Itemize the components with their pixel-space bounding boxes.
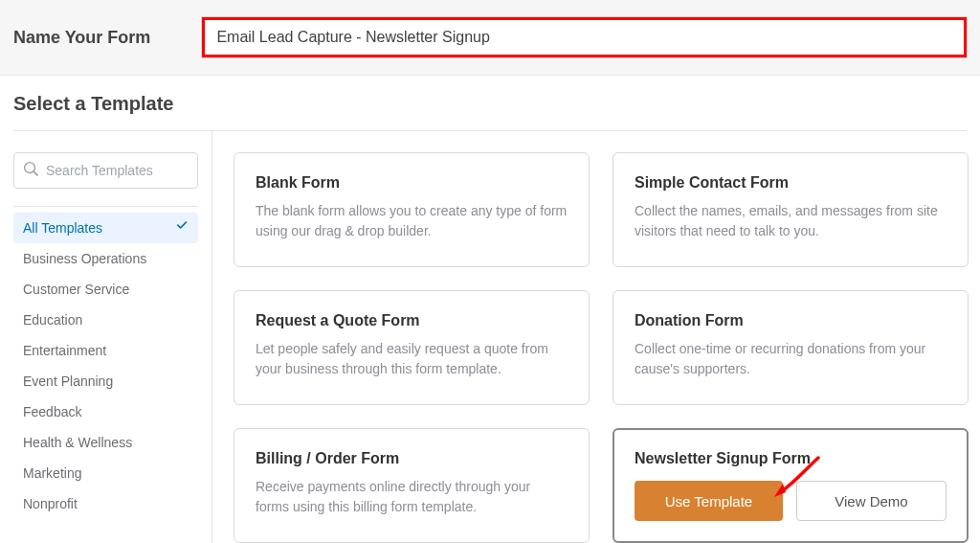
check-icon (176, 220, 189, 236)
form-name-input[interactable] (202, 17, 967, 57)
sidebar-item-event-planning[interactable]: Event Planning (13, 366, 198, 396)
view-demo-button[interactable]: View Demo (796, 481, 947, 521)
search-wrap (13, 152, 198, 189)
template-card-newsletter-signup-form[interactable]: Newsletter Signup Form Use Template View… (612, 428, 969, 543)
template-desc: The blank form allows you to create any … (256, 201, 568, 241)
template-title: Donation Form (635, 312, 947, 329)
template-card-request-a-quote-form[interactable]: Request a Quote Form Let people safely a… (234, 290, 590, 405)
template-title: Newsletter Signup Form (635, 450, 947, 467)
sidebar-item-label: All Templates (23, 220, 102, 236)
sidebar-item-all-templates[interactable]: All Templates (13, 213, 198, 243)
sidebar-item-entertainment[interactable]: Entertainment (13, 335, 198, 366)
template-desc: Let people safely and easily request a q… (256, 339, 568, 379)
template-card-donation-form[interactable]: Donation Form Collect one-time or recurr… (612, 290, 969, 405)
section-title: Select a Template (0, 76, 980, 130)
templates-area: Blank Form The blank form allows you to … (212, 131, 980, 543)
template-card-simple-contact-form[interactable]: Simple Contact Form Collect the names, e… (612, 152, 969, 267)
sidebar-item-health-wellness[interactable]: Health & Wellness (13, 427, 198, 458)
sidebar-item-business-operations[interactable]: Business Operations (13, 243, 198, 274)
sidebar-item-nonprofit[interactable]: Nonprofit (13, 488, 198, 519)
search-icon (24, 162, 38, 180)
sidebar-item-education[interactable]: Education (13, 305, 198, 335)
sidebar-item-label: Customer Service (23, 282, 129, 297)
sidebar-item-label: Health & Wellness (23, 435, 132, 450)
header-bar: Name Your Form (0, 0, 980, 76)
name-form-label: Name Your Form (13, 28, 150, 48)
sidebar-item-label: Event Planning (23, 373, 113, 389)
template-title: Request a Quote Form (256, 312, 568, 329)
sidebar-item-marketing[interactable]: Marketing (13, 458, 198, 488)
template-title: Blank Form (256, 174, 568, 192)
use-template-button[interactable]: Use Template (635, 481, 783, 521)
sidebar-item-customer-service[interactable]: Customer Service (13, 274, 198, 305)
template-desc: Collect one-time or recurring donations … (635, 339, 947, 379)
category-divider (13, 206, 198, 207)
sidebar-item-label: Business Operations (23, 251, 146, 266)
sidebar-item-label: Marketing (23, 465, 81, 481)
sidebar: All Templates Business Operations Custom… (0, 131, 212, 543)
template-desc: Collect the names, emails, and messages … (635, 201, 947, 241)
sidebar-item-label: Nonprofit (23, 496, 78, 511)
search-input[interactable] (46, 163, 188, 178)
sidebar-item-feedback[interactable]: Feedback (13, 396, 198, 427)
sidebar-item-label: Entertainment (23, 343, 106, 358)
template-desc: Receive payments online directly through… (256, 477, 568, 517)
template-title: Billing / Order Form (256, 450, 568, 467)
sidebar-item-label: Education (23, 312, 82, 328)
template-card-blank-form[interactable]: Blank Form The blank form allows you to … (234, 152, 590, 267)
template-card-billing-order-form[interactable]: Billing / Order Form Receive payments on… (234, 428, 590, 543)
sidebar-item-label: Feedback (23, 404, 81, 419)
template-title: Simple Contact Form (635, 174, 947, 192)
